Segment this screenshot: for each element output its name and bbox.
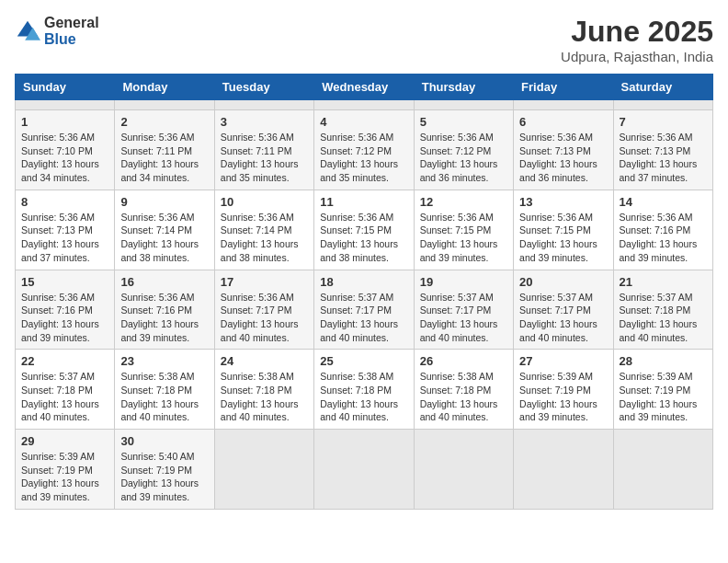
day-number: 12 [420,195,507,209]
day-info: Sunrise: 5:36 AMSunset: 7:10 PMDaylight:… [21,131,108,185]
calendar-week-row: 22Sunrise: 5:37 AMSunset: 7:18 PMDayligh… [16,350,713,430]
day-number: 28 [620,354,707,368]
day-info: Sunrise: 5:38 AMSunset: 7:18 PMDaylight:… [221,370,308,424]
table-row: 10Sunrise: 5:36 AMSunset: 7:14 PMDayligh… [214,190,313,270]
header-monday: Monday [115,75,214,100]
table-row: 17Sunrise: 5:36 AMSunset: 7:17 PMDayligh… [214,270,313,350]
header-friday: Friday [514,75,613,100]
day-info: Sunrise: 5:37 AMSunset: 7:17 PMDaylight:… [519,291,607,345]
table-row: 6Sunrise: 5:36 AMSunset: 7:13 PMDaylight… [514,110,613,190]
table-row: 11Sunrise: 5:36 AMSunset: 7:15 PMDayligh… [314,190,414,270]
table-row [613,430,712,510]
day-number: 3 [221,115,308,129]
day-info: Sunrise: 5:36 AMSunset: 7:13 PMDaylight:… [620,131,707,185]
logo-icon [15,18,40,44]
calendar-table: Sunday Monday Tuesday Wednesday Thursday… [15,74,713,510]
day-info: Sunrise: 5:36 AMSunset: 7:16 PMDaylight:… [120,291,208,345]
calendar-week-row: 15Sunrise: 5:36 AMSunset: 7:16 PMDayligh… [16,270,713,350]
day-info: Sunrise: 5:36 AMSunset: 7:17 PMDaylight:… [221,291,308,345]
table-row: 28Sunrise: 5:39 AMSunset: 7:19 PMDayligh… [613,350,712,430]
table-row: 25Sunrise: 5:38 AMSunset: 7:18 PMDayligh… [314,350,414,430]
table-row: 29Sunrise: 5:39 AMSunset: 7:19 PMDayligh… [16,430,115,510]
day-number: 2 [120,115,208,129]
day-number: 26 [420,354,507,368]
table-row: 8Sunrise: 5:36 AMSunset: 7:13 PMDaylight… [16,190,115,270]
day-number: 16 [120,275,208,289]
table-row: 4Sunrise: 5:36 AMSunset: 7:12 PMDaylight… [314,110,414,190]
day-number: 11 [320,195,407,209]
day-number: 22 [21,354,108,368]
table-row [414,100,513,110]
day-info: Sunrise: 5:36 AMSunset: 7:15 PMDaylight:… [519,211,607,265]
table-row: 24Sunrise: 5:38 AMSunset: 7:18 PMDayligh… [214,350,313,430]
day-number: 30 [120,434,208,448]
table-row: 30Sunrise: 5:40 AMSunset: 7:19 PMDayligh… [115,430,214,510]
table-row: 1Sunrise: 5:36 AMSunset: 7:10 PMDaylight… [16,110,115,190]
day-number: 18 [320,275,407,289]
table-row: 2Sunrise: 5:36 AMSunset: 7:11 PMDaylight… [115,110,214,190]
calendar-week-row: 1Sunrise: 5:36 AMSunset: 7:10 PMDaylight… [16,110,713,190]
table-row: 9Sunrise: 5:36 AMSunset: 7:14 PMDaylight… [115,190,214,270]
table-row: 22Sunrise: 5:37 AMSunset: 7:18 PMDayligh… [16,350,115,430]
table-row [613,100,712,110]
day-info: Sunrise: 5:39 AMSunset: 7:19 PMDaylight:… [21,450,108,504]
day-info: Sunrise: 5:36 AMSunset: 7:13 PMDaylight:… [21,211,108,265]
table-row: 19Sunrise: 5:37 AMSunset: 7:17 PMDayligh… [414,270,513,350]
calendar-header-row: Sunday Monday Tuesday Wednesday Thursday… [16,75,713,100]
day-info: Sunrise: 5:36 AMSunset: 7:11 PMDaylight:… [120,131,208,185]
day-info: Sunrise: 5:36 AMSunset: 7:16 PMDaylight:… [21,291,108,345]
day-info: Sunrise: 5:36 AMSunset: 7:11 PMDaylight:… [221,131,308,185]
logo-text: General Blue [44,15,99,47]
day-number: 23 [120,354,208,368]
day-info: Sunrise: 5:39 AMSunset: 7:19 PMDaylight:… [620,370,707,424]
day-info: Sunrise: 5:38 AMSunset: 7:18 PMDaylight:… [120,370,208,424]
table-row: 27Sunrise: 5:39 AMSunset: 7:19 PMDayligh… [514,350,613,430]
logo-general-text: General [44,15,99,31]
day-number: 13 [519,195,607,209]
day-number: 5 [420,115,507,129]
day-info: Sunrise: 5:36 AMSunset: 7:15 PMDaylight:… [320,211,407,265]
day-info: Sunrise: 5:40 AMSunset: 7:19 PMDaylight:… [120,450,208,504]
logo: General Blue [15,15,99,47]
table-row: 13Sunrise: 5:36 AMSunset: 7:15 PMDayligh… [514,190,613,270]
day-info: Sunrise: 5:37 AMSunset: 7:18 PMDaylight:… [620,291,707,345]
table-row [314,100,414,110]
header-sunday: Sunday [16,75,115,100]
day-info: Sunrise: 5:36 AMSunset: 7:12 PMDaylight:… [320,131,407,185]
table-row [214,100,313,110]
day-number: 9 [120,195,208,209]
table-row [414,430,513,510]
table-row: 12Sunrise: 5:36 AMSunset: 7:15 PMDayligh… [414,190,513,270]
day-number: 6 [519,115,607,129]
calendar-week-row [16,100,713,110]
day-number: 7 [620,115,707,129]
table-row: 16Sunrise: 5:36 AMSunset: 7:16 PMDayligh… [115,270,214,350]
day-number: 14 [620,195,707,209]
day-number: 10 [221,195,308,209]
day-info: Sunrise: 5:36 AMSunset: 7:15 PMDaylight:… [420,211,507,265]
table-row: 23Sunrise: 5:38 AMSunset: 7:18 PMDayligh… [115,350,214,430]
day-info: Sunrise: 5:37 AMSunset: 7:17 PMDaylight:… [320,291,407,345]
day-info: Sunrise: 5:36 AMSunset: 7:12 PMDaylight:… [420,131,507,185]
table-row: 15Sunrise: 5:36 AMSunset: 7:16 PMDayligh… [16,270,115,350]
day-number: 29 [21,434,108,448]
header-thursday: Thursday [414,75,513,100]
table-row: 26Sunrise: 5:38 AMSunset: 7:18 PMDayligh… [414,350,513,430]
day-info: Sunrise: 5:37 AMSunset: 7:18 PMDaylight:… [21,370,108,424]
day-number: 4 [320,115,407,129]
calendar-subtitle: Udpura, Rajasthan, India [561,49,713,64]
table-row [115,100,214,110]
day-number: 24 [221,354,308,368]
table-row [214,430,313,510]
header-saturday: Saturday [613,75,712,100]
table-row: 21Sunrise: 5:37 AMSunset: 7:18 PMDayligh… [613,270,712,350]
table-row: 5Sunrise: 5:36 AMSunset: 7:12 PMDaylight… [414,110,513,190]
calendar-week-row: 29Sunrise: 5:39 AMSunset: 7:19 PMDayligh… [16,430,713,510]
day-number: 8 [21,195,108,209]
day-number: 15 [21,275,108,289]
day-info: Sunrise: 5:38 AMSunset: 7:18 PMDaylight:… [320,370,407,424]
day-info: Sunrise: 5:39 AMSunset: 7:19 PMDaylight:… [519,370,607,424]
table-row [514,100,613,110]
header-tuesday: Tuesday [214,75,313,100]
day-info: Sunrise: 5:36 AMSunset: 7:16 PMDaylight:… [620,211,707,265]
